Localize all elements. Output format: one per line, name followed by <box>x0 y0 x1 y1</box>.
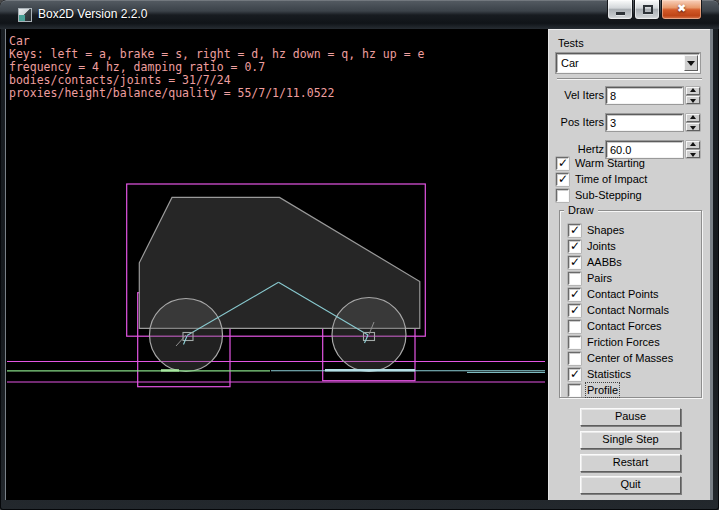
spinner-up-button[interactable] <box>686 87 700 95</box>
arrow-up-icon <box>690 142 696 146</box>
pause-button[interactable]: Pause <box>580 408 681 426</box>
title-bar[interactable]: Box2D Version 2.2.0 ✖ <box>0 0 719 29</box>
vel-iters-input[interactable]: 8 <box>606 87 683 104</box>
vel-iters-spinner <box>686 87 700 104</box>
app-window: Box2D Version 2.2.0 ✖ <box>0 0 719 510</box>
separator <box>557 78 702 80</box>
tests-dropdown-value: Car <box>561 57 579 69</box>
checkbox-unchecked-icon[interactable] <box>568 336 581 349</box>
checkbox-label: Pairs <box>587 272 612 284</box>
checkbox-row-contact-normals[interactable]: Contact Normals <box>568 303 669 317</box>
checkbox-row-warm-starting[interactable]: Warm Starting <box>556 156 645 170</box>
arrow-up-icon <box>690 115 696 119</box>
checkbox-row-aabbs[interactable]: AABBs <box>568 255 622 269</box>
minimize-button[interactable] <box>607 0 633 20</box>
checkbox-label: Warm Starting <box>575 157 645 169</box>
draw-group-title: Draw <box>564 204 598 216</box>
field-label: Vel Iters <box>549 89 604 101</box>
field-label: Pos Iters <box>549 116 604 128</box>
checkbox-checked-icon[interactable] <box>568 240 581 253</box>
tests-label: Tests <box>558 37 584 49</box>
checkbox-label: Time of Impact <box>575 173 647 185</box>
checkbox-label: Contact Points <box>587 288 659 300</box>
spinner-down-button[interactable] <box>686 96 700 104</box>
spinner-up-button[interactable] <box>686 141 700 149</box>
checkbox-label: Contact Normals <box>587 304 669 316</box>
pos-iters-input[interactable]: 3 <box>606 114 683 131</box>
caption-buttons: ✖ <box>607 0 702 20</box>
checkbox-row-shapes[interactable]: Shapes <box>568 223 624 237</box>
checkbox-unchecked-icon[interactable] <box>568 384 581 397</box>
checkbox-row-center-of-masses[interactable]: Center of Masses <box>568 351 673 365</box>
app-icon[interactable] <box>18 8 32 22</box>
checkbox-checked-icon[interactable] <box>556 157 569 170</box>
restart-button[interactable]: Restart <box>580 454 681 472</box>
spinner-up-button[interactable] <box>686 114 700 122</box>
checkbox-row-friction-forces[interactable]: Friction Forces <box>568 335 660 349</box>
pos-iters-spinner <box>686 114 700 131</box>
checkbox-unchecked-icon[interactable] <box>568 272 581 285</box>
app-icon-detail <box>19 15 25 21</box>
quit-button[interactable]: Quit <box>580 476 681 494</box>
checkbox-unchecked-icon[interactable] <box>568 320 581 333</box>
checkbox-checked-icon[interactable] <box>568 368 581 381</box>
checkbox-checked-icon[interactable] <box>568 288 581 301</box>
single-step-button[interactable]: Single Step <box>580 431 681 449</box>
tests-dropdown-arrow-button[interactable] <box>684 55 698 71</box>
simulation-viewport[interactable]: CarKeys: left = a, brake = s, right = d,… <box>6 29 548 500</box>
checkbox-row-contact-points[interactable]: Contact Points <box>568 287 659 301</box>
field-label: Hertz <box>549 143 604 155</box>
checkbox-row-contact-forces[interactable]: Contact Forces <box>568 319 662 333</box>
checkbox-checked-icon[interactable] <box>568 304 581 317</box>
checkbox-checked-icon[interactable] <box>568 224 581 237</box>
checkbox-label: Sub-Stepping <box>575 189 642 201</box>
checkbox-checked-icon[interactable] <box>556 173 569 186</box>
checkbox-row-time-of-impact[interactable]: Time of Impact <box>556 172 647 186</box>
checkbox-unchecked-icon[interactable] <box>568 352 581 365</box>
arrow-up-icon <box>690 88 696 92</box>
checkbox-row-profile[interactable]: Profile <box>568 383 618 397</box>
spinner-down-button[interactable] <box>686 150 700 158</box>
arrow-down-icon <box>690 99 696 103</box>
hertz-spinner <box>686 141 700 158</box>
checkbox-label: Shapes <box>587 224 624 236</box>
hud-stats-line: proxies/height/balance/quality = 55/7/1/… <box>9 87 334 100</box>
checkbox-row-statistics[interactable]: Statistics <box>568 367 631 381</box>
maximize-icon <box>643 5 653 14</box>
checkbox-label: Profile <box>587 384 618 396</box>
minimize-icon <box>616 12 625 15</box>
checkbox-row-sub-stepping[interactable]: Sub-Stepping <box>556 188 642 202</box>
maximize-button[interactable] <box>634 0 660 20</box>
checkbox-row-pairs[interactable]: Pairs <box>568 271 612 285</box>
client-area: CarKeys: left = a, brake = s, right = d,… <box>5 29 713 500</box>
checkbox-label: AABBs <box>587 256 622 268</box>
checkbox-checked-icon[interactable] <box>568 256 581 269</box>
close-button[interactable]: ✖ <box>661 0 702 20</box>
tests-dropdown[interactable]: Car <box>556 53 700 73</box>
close-icon: ✖ <box>662 2 701 15</box>
control-panel: Tests Car Vel Iters8Pos Iters3Hertz60.0 … <box>548 29 710 500</box>
spinner-down-button[interactable] <box>686 123 700 131</box>
checkbox-unchecked-icon[interactable] <box>556 189 569 202</box>
arrow-down-icon <box>690 126 696 130</box>
window-title: Box2D Version 2.2.0 <box>38 7 147 21</box>
checkbox-row-joints[interactable]: Joints <box>568 239 616 253</box>
checkbox-label: Friction Forces <box>587 336 660 348</box>
checkbox-label: Joints <box>587 240 616 252</box>
draw-group-box: Draw ShapesJointsAABBsPairsContact Point… <box>559 210 702 398</box>
chevron-down-icon <box>687 61 695 66</box>
checkbox-label: Center of Masses <box>587 352 673 364</box>
checkbox-label: Contact Forces <box>587 320 662 332</box>
checkbox-label: Statistics <box>587 368 631 380</box>
arrow-down-icon <box>690 153 696 157</box>
